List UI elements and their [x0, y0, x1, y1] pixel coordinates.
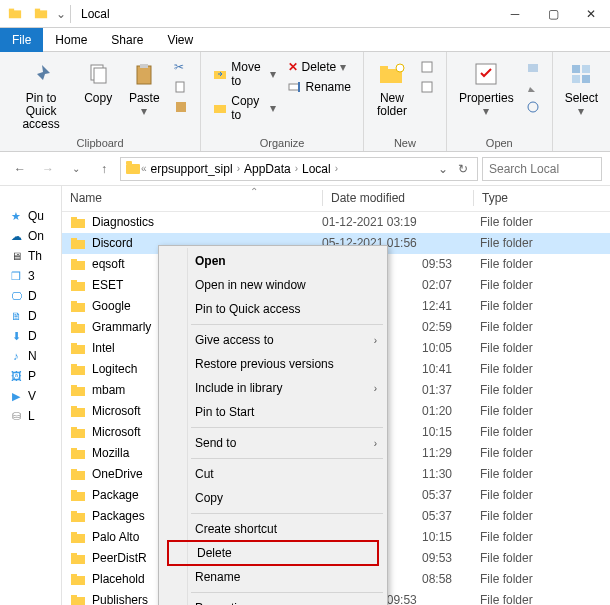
minimize-button[interactable]: ─ — [496, 0, 534, 28]
ctx-copy[interactable]: Copy — [161, 486, 385, 510]
column-type[interactable]: Type — [474, 191, 610, 205]
folder-icon — [70, 592, 86, 605]
up-button[interactable]: ↑ — [92, 157, 116, 181]
search-input[interactable] — [482, 157, 602, 181]
nav-item[interactable]: 🖵D — [0, 286, 61, 306]
cut-button[interactable]: ✂ — [172, 58, 190, 76]
svg-rect-63 — [71, 595, 77, 598]
folder-icon — [70, 571, 86, 587]
nav-item[interactable]: ⬇D — [0, 326, 61, 346]
svg-rect-37 — [71, 322, 77, 325]
tab-share[interactable]: Share — [99, 28, 155, 52]
chevron-right-icon: › — [374, 335, 377, 346]
maximize-button[interactable]: ▢ — [534, 0, 572, 28]
edit-button[interactable] — [524, 78, 542, 96]
file-type: File folder — [472, 488, 610, 502]
svg-rect-29 — [71, 238, 77, 241]
group-clipboard: Pin to Quick access Copy Paste ▾ ✂ Clipb… — [0, 52, 201, 151]
table-row[interactable]: Diagnostics01-12-2021 03:19File folder — [62, 212, 610, 233]
file-type: File folder — [472, 446, 610, 460]
file-type: File folder — [472, 509, 610, 523]
new-item-button[interactable] — [418, 58, 436, 76]
svg-rect-0 — [9, 10, 21, 18]
copy-button[interactable]: Copy — [76, 56, 120, 105]
nav-item[interactable]: ☁On — [0, 226, 61, 246]
ctx-pin-start[interactable]: Pin to Start — [161, 400, 385, 424]
refresh-icon[interactable]: ↻ — [453, 162, 473, 176]
ctx-include-library[interactable]: Include in library› — [161, 376, 385, 400]
nav-item[interactable]: ⛁L — [0, 406, 61, 426]
file-name: ESET — [92, 278, 123, 292]
chevron-right-icon[interactable]: › — [335, 163, 338, 174]
svg-rect-54 — [71, 513, 85, 522]
breadcrumb-seg[interactable]: AppData — [240, 162, 295, 176]
breadcrumb-seg[interactable]: erpsupport_sipl — [147, 162, 237, 176]
ctx-open-new-window[interactable]: Open in new window — [161, 273, 385, 297]
breadcrumb[interactable]: « erpsupport_sipl › AppData › Local › ⌄ … — [120, 157, 478, 181]
ctx-pin-quick-access[interactable]: Pin to Quick access — [161, 297, 385, 321]
svg-rect-12 — [289, 84, 299, 90]
recent-locations-button[interactable]: ⌄ — [64, 157, 88, 181]
ctx-delete[interactable]: Delete — [167, 540, 379, 566]
nav-item[interactable]: ♪N — [0, 346, 61, 366]
folder-icon — [70, 466, 86, 482]
folder-icon — [125, 164, 141, 174]
nav-item[interactable]: ▶V — [0, 386, 61, 406]
back-button[interactable]: ← — [8, 157, 32, 181]
ctx-open[interactable]: Open — [161, 249, 385, 273]
nav-item-label: Th — [28, 249, 42, 263]
sort-indicator-icon: ⌃ — [250, 186, 258, 197]
ctx-properties[interactable]: Properties — [161, 596, 385, 605]
move-to-button[interactable]: Move to ▾ — [211, 58, 277, 90]
delete-button[interactable]: ✕ Delete ▾ — [286, 58, 353, 76]
easy-access-button[interactable] — [418, 78, 436, 96]
nav-item[interactable]: 🗎D — [0, 306, 61, 326]
folder-icon — [70, 361, 86, 377]
file-name: Diagnostics — [92, 215, 154, 229]
ctx-give-access-to[interactable]: Give access to› — [161, 328, 385, 352]
copy-path-button[interactable] — [172, 78, 190, 96]
folder-icon — [70, 550, 86, 566]
paste-button[interactable]: Paste ▾ — [120, 56, 168, 118]
qat-overflow-icon[interactable]: ⌄ — [56, 7, 66, 21]
forward-button[interactable]: → — [36, 157, 60, 181]
history-button[interactable] — [524, 98, 542, 116]
properties-button[interactable]: Properties▾ — [453, 56, 520, 118]
breadcrumb-seg[interactable]: Local — [298, 162, 335, 176]
select-button[interactable]: Select▾ — [559, 56, 604, 118]
address-bar-row: ← → ⌄ ↑ « erpsupport_sipl › AppData › Lo… — [0, 152, 610, 186]
pin-to-quick-access-button[interactable]: Pin to Quick access — [6, 56, 76, 132]
svg-rect-26 — [71, 219, 85, 228]
file-name: Discord — [92, 236, 133, 250]
nav-item-label: D — [28, 329, 37, 343]
svg-rect-53 — [71, 490, 77, 493]
tab-home[interactable]: Home — [43, 28, 99, 52]
rename-button[interactable]: Rename — [286, 78, 353, 96]
chevron-down-icon[interactable]: ⌄ — [433, 162, 453, 176]
file-name: OneDrive — [92, 467, 143, 481]
nav-item[interactable]: ★Qu — [0, 206, 61, 226]
nav-item[interactable]: 🖼P — [0, 366, 61, 386]
tab-file[interactable]: File — [0, 28, 43, 52]
navigation-pane[interactable]: ★Qu☁On🖥Th❒3🖵D🗎D⬇D♪N🖼P▶V⛁L — [0, 186, 62, 605]
new-folder-button[interactable]: New folder — [370, 56, 414, 118]
nav-item-label: D — [28, 309, 37, 323]
properties-icon — [470, 58, 502, 90]
nav-item-label: On — [28, 229, 44, 243]
tab-view[interactable]: View — [155, 28, 205, 52]
ctx-restore-previous[interactable]: Restore previous versions — [161, 352, 385, 376]
nav-item[interactable]: ❒3 — [0, 266, 61, 286]
copy-to-button[interactable]: Copy to ▾ — [211, 92, 277, 124]
group-organize: Move to ▾ Copy to ▾ ✕ Delete ▾ Rename — [201, 52, 364, 151]
column-date[interactable]: Date modified — [323, 191, 473, 205]
svg-rect-35 — [71, 301, 77, 304]
ctx-send-to[interactable]: Send to› — [161, 431, 385, 455]
ctx-rename[interactable]: Rename — [161, 565, 385, 589]
paste-shortcut-button[interactable] — [172, 98, 190, 116]
open-button[interactable] — [524, 58, 542, 76]
ctx-create-shortcut[interactable]: Create shortcut — [161, 517, 385, 541]
column-name[interactable]: Name — [62, 191, 322, 205]
close-button[interactable]: ✕ — [572, 0, 610, 28]
ctx-cut[interactable]: Cut — [161, 462, 385, 486]
nav-item[interactable]: 🖥Th — [0, 246, 61, 266]
